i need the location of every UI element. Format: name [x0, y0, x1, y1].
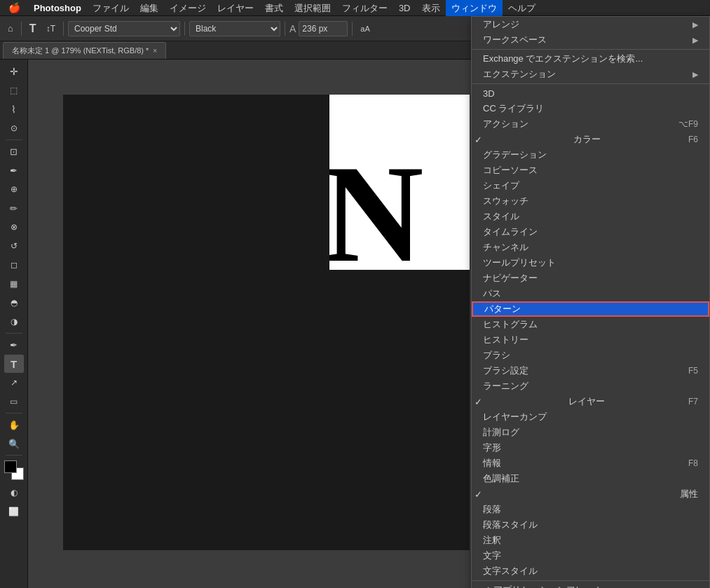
menu-item-clone-source[interactable]: コピーソース: [472, 163, 709, 178]
label: ツールプリセット: [483, 257, 556, 269]
quick-select-tool[interactable]: ⊙: [4, 119, 24, 137]
marquee-tool[interactable]: ⬚: [4, 81, 24, 100]
label: ナビゲーター: [483, 272, 538, 285]
toolbar-separator-1: [21, 22, 22, 36]
shortcut: F8: [688, 458, 698, 468]
menu-item-channels[interactable]: チャンネル: [472, 240, 709, 255]
dodge-tool[interactable]: ◑: [4, 313, 24, 331]
menu-item-arrange-label: アレンジ: [483, 18, 519, 31]
menubar-photoshop[interactable]: Photoshop: [28, 0, 87, 16]
type-tool[interactable]: T: [4, 355, 24, 373]
quick-mask-button[interactable]: ◐: [4, 484, 24, 502]
menubar-3d[interactable]: 3D: [393, 0, 416, 16]
menu-item-timeline[interactable]: タイムライン: [472, 224, 709, 240]
shortcut: F7: [688, 397, 698, 406]
font-size-input[interactable]: [299, 21, 348, 36]
menu-item-cc-library[interactable]: CC ライブラリ: [472, 101, 709, 116]
eyedropper-tool[interactable]: ✒: [4, 161, 24, 179]
canvas-background: N: [63, 95, 470, 550]
menu-item-notes[interactable]: 注釈: [472, 533, 709, 548]
menu-item-paths[interactable]: パス: [472, 286, 709, 301]
menu-item-character[interactable]: 文字: [472, 548, 709, 563]
font-color-select[interactable]: Black: [189, 21, 280, 36]
menu-item-brush-settings[interactable]: ブラシ設定 F5: [472, 363, 709, 378]
gradient-tool[interactable]: ▦: [4, 275, 24, 293]
crop-tool[interactable]: ⊡: [4, 142, 24, 160]
menubar-edit[interactable]: 編集: [135, 0, 164, 16]
menubar-layer[interactable]: レイヤー: [212, 0, 259, 16]
lasso-tool[interactable]: ⌇: [4, 100, 24, 118]
menubar-file[interactable]: ファイル: [87, 0, 135, 16]
anti-alias-button[interactable]: aA: [357, 20, 373, 38]
menu-item-curves[interactable]: 色調補正: [472, 471, 709, 486]
path-tool[interactable]: ↗: [4, 374, 24, 392]
menubar-filter[interactable]: フィルター: [336, 0, 393, 16]
menu-item-patterns[interactable]: パターン: [472, 301, 709, 317]
menubar-image[interactable]: イメージ: [164, 0, 212, 16]
history-brush-tool[interactable]: ↺: [4, 237, 24, 255]
eraser-tool[interactable]: ◻: [4, 256, 24, 274]
menu-item-3d[interactable]: 3D: [472, 86, 709, 101]
menu-item-histogram[interactable]: ヒストグラム: [472, 317, 709, 332]
pen-tool[interactable]: ✒: [4, 336, 24, 354]
zoom-tool[interactable]: 🔍: [4, 435, 24, 453]
menu-item-shape[interactable]: シェイプ: [472, 178, 709, 193]
menu-item-arrange[interactable]: アレンジ ▶: [472, 17, 709, 32]
menu-item-gradient[interactable]: グラデーション: [472, 147, 709, 163]
tool-separator-3: [6, 413, 22, 413]
hand-tool[interactable]: ✋: [4, 416, 24, 434]
label: ヒストリー: [483, 334, 528, 346]
menubar-view[interactable]: 表示: [416, 0, 446, 16]
menu-item-workspace[interactable]: ワークスペース ▶: [472, 32, 709, 48]
menubar-help[interactable]: ヘルプ: [503, 0, 541, 16]
menu-item-measurement-log[interactable]: 計測ログ: [472, 425, 709, 440]
menu-item-navigator[interactable]: ナビゲーター: [472, 271, 709, 286]
shortcut: F5: [688, 366, 698, 376]
healing-tool[interactable]: ⊕: [4, 180, 24, 198]
text-tool-button[interactable]: T: [26, 20, 40, 38]
home-button[interactable]: ⌂: [4, 20, 17, 38]
shape-tool[interactable]: ▭: [4, 392, 24, 411]
menu-item-extensions[interactable]: エクステンション ▶: [472, 67, 709, 82]
menubar-window[interactable]: ウィンドウ: [446, 0, 503, 16]
menu-item-app-frame[interactable]: ✓ アプリケーションフレーム: [472, 582, 709, 588]
document-tab[interactable]: 名称未定 1 @ 179% (NEXTist, RGB/8) * ×: [3, 42, 166, 59]
brush-tool[interactable]: ✏: [4, 199, 24, 217]
label: パターン: [484, 303, 521, 315]
label: 文字スタイル: [483, 565, 538, 577]
move-tool[interactable]: ✛: [4, 62, 24, 81]
menu-item-color[interactable]: カラー F6: [472, 132, 709, 147]
menu-item-actions[interactable]: アクション ⌥F9: [472, 116, 709, 132]
blur-tool[interactable]: ◓: [4, 294, 24, 312]
menu-item-brush[interactable]: ブラシ: [472, 348, 709, 363]
menu-item-layers[interactable]: レイヤー F7: [472, 394, 709, 409]
menu-item-info[interactable]: 情報 F8: [472, 456, 709, 471]
canvas-document: N: [329, 95, 470, 270]
tab-close-button[interactable]: ×: [153, 47, 157, 55]
menu-item-tool-presets[interactable]: ツールプリセット: [472, 255, 709, 271]
menu-item-glyphs[interactable]: 字形: [472, 440, 709, 456]
menu-item-properties[interactable]: 属性: [472, 486, 709, 502]
menubar-select[interactable]: 選択範囲: [289, 0, 336, 16]
menu-item-exchange[interactable]: Exchange でエクステンションを検索...: [472, 51, 709, 67]
label: タイムライン: [483, 226, 538, 238]
foreground-color-swatch[interactable]: [4, 460, 17, 473]
menubar-type[interactable]: 書式: [259, 0, 289, 16]
screen-mode-button[interactable]: ⬜: [4, 502, 24, 521]
apple-menu[interactable]: 🍎: [0, 2, 28, 13]
menu-item-styles[interactable]: スタイル: [472, 209, 709, 224]
menu-item-layer-comps[interactable]: レイヤーカンプ: [472, 409, 709, 425]
text-orient-button[interactable]: ↕T: [43, 20, 59, 38]
font-family-select[interactable]: Cooper Std: [68, 21, 180, 36]
menu-item-swatches[interactable]: スウォッチ: [472, 193, 709, 209]
label: コピーソース: [483, 164, 538, 177]
menu-item-paragraph[interactable]: 段落: [472, 502, 709, 517]
menu-item-learning[interactable]: ラーニング: [472, 378, 709, 394]
font-size-icon: A: [289, 23, 296, 34]
menu-item-exchange-label: Exchange でエクステンションを検索...: [483, 53, 643, 65]
menu-item-history[interactable]: ヒストリー: [472, 332, 709, 348]
color-swatches[interactable]: [4, 460, 24, 480]
clone-tool[interactable]: ⊗: [4, 218, 24, 236]
menu-item-character-styles[interactable]: 文字スタイル: [472, 563, 709, 579]
menu-item-paragraph-styles[interactable]: 段落スタイル: [472, 517, 709, 533]
